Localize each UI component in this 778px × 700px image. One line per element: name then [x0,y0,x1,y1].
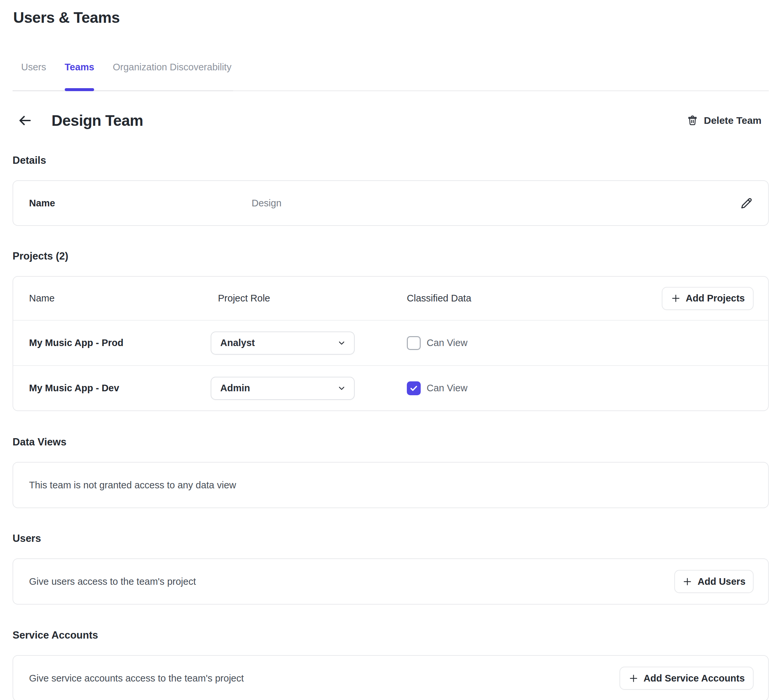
check-icon [409,383,419,393]
plus-icon [671,293,681,303]
team-name-title: Design Team [52,112,143,130]
service-accounts-description: Give service accounts access to the team… [29,673,244,684]
users-description: Give users access to the team's project [29,576,196,587]
column-classified-data: Classified Data [407,293,662,304]
tab-organization-discoverability[interactable]: Organization Discoverability [113,62,231,90]
tab-teams-label: Teams [65,62,95,72]
project-role-value: Analyst [220,337,255,348]
add-service-accounts-button[interactable]: Add Service Accounts [620,667,753,690]
users-heading: Users [13,533,769,545]
add-projects-button[interactable]: Add Projects [662,287,753,310]
column-name: Name [29,293,211,304]
table-row: My Music App - Dev Admin Can View [13,365,768,410]
data-views-heading: Data Views [13,436,769,448]
can-view-checkbox[interactable] [407,336,421,350]
team-name-value: Design [252,198,282,209]
edit-pencil-icon[interactable] [740,196,753,210]
page-title: Users & Teams [13,9,769,26]
plus-icon [628,673,639,683]
tab-organization-discoverability-label: Organization Discoverability [113,62,231,72]
column-project-role: Project Role [211,293,407,304]
users-teams-page: Users & Teams Users Teams Organization D… [0,9,778,700]
users-card: Give users access to the team's project … [13,558,769,605]
name-label: Name [29,198,252,209]
project-name: My Music App - Prod [29,337,211,348]
data-views-card: This team is not granted access to any d… [13,462,769,508]
chevron-down-icon [337,338,346,347]
add-users-label: Add Users [697,576,745,587]
tab-teams[interactable]: Teams [65,62,95,90]
back-arrow-icon[interactable] [17,113,33,128]
projects-table-header: Name Project Role Classified Data Add Pr… [13,277,768,320]
can-view-label: Can View [426,383,468,393]
can-view-label: Can View [426,337,468,348]
tab-users-label: Users [21,62,46,72]
add-projects-label: Add Projects [686,293,745,304]
data-views-empty-text: This team is not granted access to any d… [29,480,236,491]
project-role-value: Admin [220,383,250,393]
add-users-button[interactable]: Add Users [674,570,753,593]
table-row: My Music App - Prod Analyst Can View [13,320,768,365]
delete-team-button[interactable]: Delete Team [686,115,761,127]
service-accounts-heading: Service Accounts [13,629,769,641]
project-role-select[interactable]: Admin [211,377,355,400]
projects-table: Name Project Role Classified Data Add Pr… [13,276,769,411]
add-service-accounts-label: Add Service Accounts [644,673,745,684]
details-card: Name Design [13,180,769,226]
details-heading: Details [13,155,769,167]
tab-users[interactable]: Users [21,62,46,90]
chevron-down-icon [337,384,346,393]
trash-icon [686,115,698,127]
project-role-select[interactable]: Analyst [211,332,355,355]
team-header: Design Team Delete Team [17,112,769,130]
tab-bar: Users Teams Organization Discoverability [13,62,769,91]
project-name: My Music App - Dev [29,383,211,393]
can-view-checkbox[interactable] [407,382,421,395]
plus-icon [682,577,693,587]
service-accounts-card: Give service accounts access to the team… [13,655,769,700]
delete-team-label: Delete Team [704,115,761,126]
projects-heading: Projects (2) [13,250,769,262]
